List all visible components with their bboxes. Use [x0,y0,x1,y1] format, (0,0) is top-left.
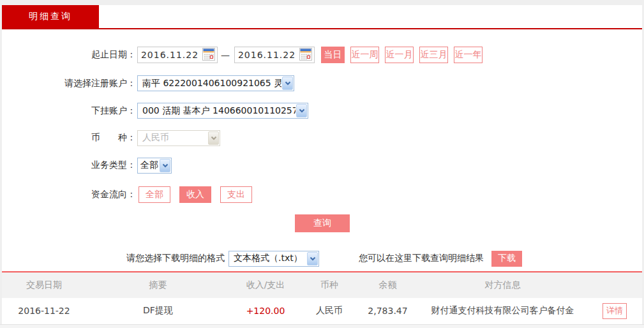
business-type-value: 全部 [138,158,159,173]
download-format-select[interactable]: 文本格式（.txt） [228,251,319,267]
register-account-value: 南平 6222001406100921065 灵通卡 [138,76,281,91]
end-date-value: 2016.11.22 [235,50,299,60]
currency-select: 人民币 [137,130,220,146]
fund-flow-expense-button[interactable]: 支出 [220,186,252,203]
top-border [0,0,644,5]
register-account-row: 请选择注册账户： 南平 6222001406100921065 灵通卡 [0,75,294,91]
chevron-down-icon[interactable] [307,252,318,265]
fund-flow-row: 资金流向： 全部 收入 支出 [0,186,261,203]
fund-flow-label: 资金流向： [0,189,136,200]
quick-range-today-button[interactable]: 当日 [321,47,345,63]
bottom-border [0,324,644,328]
header-currency: 币种 [301,280,357,291]
register-account-select[interactable]: 南平 6222001406100921065 灵通卡 [137,75,294,91]
chevron-down-icon[interactable] [160,159,170,172]
tab-detail-query[interactable]: 明细查询 [2,5,99,28]
sub-account-value: 000 活期 基本户 1406600101102571848 [138,103,296,118]
sub-account-row: 下挂账户： 000 活期 基本户 1406600101102571848 [0,103,308,119]
cell-currency: 人民币 [301,305,357,317]
sub-account-select[interactable]: 000 活期 基本户 1406600101102571848 [137,103,308,119]
cell-balance: 2,783.47 [357,306,418,316]
sub-account-label: 下挂账户： [0,105,136,117]
quick-range-week-button[interactable]: 近一周 [350,47,379,63]
date-range-row: 起止日期： 2016.11.22 — 2016.11.22 [0,46,483,64]
register-account-label: 请选择注册账户： [0,78,136,89]
chevron-down-icon[interactable] [282,77,293,90]
start-date-calendar-icon[interactable] [202,48,216,62]
cell-counterparty: 财付通支付科技有限公司客户备付金 [418,305,587,317]
quick-range-month-button[interactable]: 近一月 [385,47,414,63]
header-balance: 余额 [357,280,418,291]
tab-label: 明细查询 [29,11,72,22]
start-date-input[interactable]: 2016.11.22 [137,47,218,63]
header-summary: 摘要 [86,280,230,291]
end-date-calendar-icon[interactable] [299,48,313,62]
download-format-label: 请您选择下载明细的格式 [0,253,225,264]
query-button[interactable]: 查询 [295,214,350,232]
tab-underline [2,28,642,29]
detail-query-page: 明细查询 起止日期： 2016.11.22 — [0,0,644,328]
currency-value: 人民币 [138,131,207,145]
download-row: 请您选择下载明细的格式 文本格式（.txt） 您可以在这里下载查询明细结果 下载 [0,250,522,267]
header-counterparty: 对方信息 [418,280,587,291]
quick-range-year-button[interactable]: 近一年 [454,47,483,63]
download-button[interactable]: 下载 [491,251,522,267]
date-separator: — [218,50,233,60]
business-type-row: 业务类型： 全部 [0,158,172,173]
end-date-input[interactable]: 2016.11.22 [234,47,315,63]
cell-amount: +120.00 [230,306,301,316]
header-income-expense: 收入/支出 [230,280,301,291]
table-header-row: 交易日期 摘要 收入/支出 币种 余额 对方信息 [2,272,642,298]
fund-flow-income-button[interactable]: 收入 [179,186,211,203]
fund-flow-all-button[interactable]: 全部 [139,186,170,203]
cell-action: 详情 [587,303,642,319]
currency-row: 币 种： 人民币 [0,130,220,145]
chevron-down-icon [208,131,219,145]
quick-range-quarter-button[interactable]: 近三月 [419,47,448,63]
detail-button[interactable]: 详情 [603,303,627,319]
business-type-label: 业务类型： [0,160,136,171]
cell-trade-date: 2016-11-22 [2,306,86,316]
cell-summary: DF提现 [86,305,230,317]
currency-label: 币 种： [0,132,136,144]
download-format-value: 文本格式（.txt） [229,251,306,266]
chevron-down-icon[interactable] [296,104,307,117]
date-range-label: 起止日期： [0,49,136,61]
download-hint-label: 您可以在这里下载查询明细结果 [359,253,484,264]
start-date-value: 2016.11.22 [138,50,202,60]
table-row: 2016-11-22 DF提现 +120.00 人民币 2,783.47 财付通… [2,298,642,324]
header-trade-date: 交易日期 [2,280,86,291]
business-type-select[interactable]: 全部 [137,158,172,174]
